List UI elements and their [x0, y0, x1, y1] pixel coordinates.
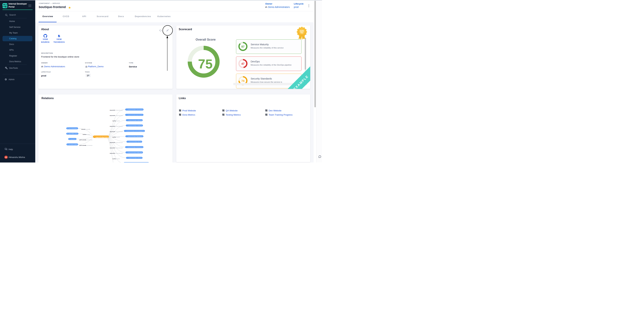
svg-text:dependsOn / dependencyOf: dependsOn / dependencyOf: [110, 153, 122, 154]
svg-text:dependsOn / dependencyOf: dependsOn / dependencyOf: [110, 115, 122, 116]
svg-text:component:boutique-cartservice: component:boutique-cartservice: [128, 157, 142, 158]
svg-text:Demo Administrators: Demo Administrators: [68, 128, 77, 129]
svg-text:?: ?: [5, 148, 6, 149]
svg-text:api:starwars-graphql: api:starwars-graphql: [69, 144, 78, 145]
svg-text:dependsOn / dependencyOf: dependsOn / dependencyOf: [110, 147, 122, 148]
svg-text:component:boutique-paymentserv: component:boutique-paymentservice: [128, 114, 143, 115]
svg-text:component:boutique-emailservic: component:boutique-emailservice: [128, 125, 142, 126]
svg-text:dependsOn / dependencyOf: dependsOn / dependencyOf: [110, 110, 122, 111]
svg-text:component:boutique-currencyser: component:boutique-currencyservice: [128, 109, 143, 110]
svg-text:component:boutique-shippingser: component:boutique-shippingservice: [128, 136, 143, 137]
svg-text:hasPart / partOf: hasPart / partOf: [112, 120, 120, 121]
svg-text:api:petstore: api:petstore: [70, 139, 76, 140]
svg-text:apiProvidedBy / providesApi: apiProvidedBy / providesApi: [79, 145, 92, 146]
svg-text:apiProvidedBy / providesApi: apiProvidedBy / providesApi: [79, 139, 92, 140]
svg-text:Gold: Gold: [300, 30, 304, 32]
svg-text:hasPart / partOf: hasPart / partOf: [83, 134, 90, 135]
svg-text:component:boutique-frontend: component:boutique-frontend: [96, 136, 108, 138]
svg-text:system:Platform_Demo: system:Platform_Demo: [68, 133, 78, 134]
svg-text:hasPart / partOf: hasPart / partOf: [112, 137, 120, 138]
svg-text:dependsOn / dependencyOf: dependsOn / dependencyOf: [110, 142, 122, 143]
svg-text:component:boutique-redisservic: component:boutique-redisservice: [128, 120, 142, 121]
svg-text:ownerOf / ownedBy: ownerOf / ownedBy: [81, 129, 90, 130]
svg-text:dependsOn / dependencyOf: dependsOn / dependencyOf: [110, 131, 122, 132]
svg-text:component:boutique-adservice: component:boutique-adservice: [129, 141, 142, 142]
svg-text:dependsOn / dependencyOf: dependsOn / dependencyOf: [110, 126, 122, 127]
svg-text:component:boutique-checkoutser: component:boutique-checkoutservice: [128, 147, 143, 148]
svg-text:component:boutique-productcata: component:boutique-productcatalogservice: [126, 130, 144, 131]
svg-text:Tier: Tier: [300, 32, 304, 34]
svg-text:component:boutique-loadgenerat: component:boutique-loadgenerator: [128, 152, 142, 153]
svg-text:hasPart / partOf: hasPart / partOf: [112, 158, 120, 159]
